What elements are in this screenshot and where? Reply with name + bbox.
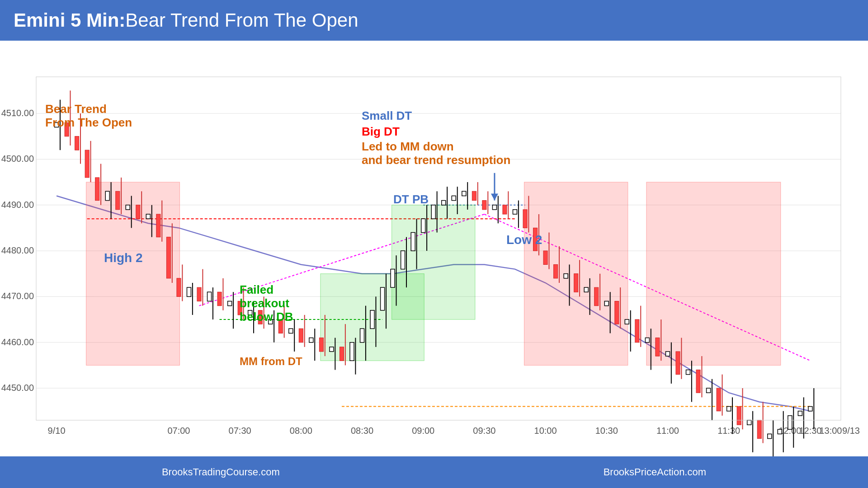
page-footer: BrooksTradingCourse.com BrooksPriceActio… <box>0 456 868 488</box>
chart-area <box>0 41 868 456</box>
footer-right: BrooksPriceAction.com <box>604 466 706 478</box>
footer-left: BrooksTradingCourse.com <box>162 466 280 478</box>
page-header: Emini 5 Min: Bear Trend From The Open <box>0 0 868 41</box>
header-title-bold: Emini 5 Min: <box>14 9 125 31</box>
header-title-thin: Bear Trend From The Open <box>125 9 358 31</box>
